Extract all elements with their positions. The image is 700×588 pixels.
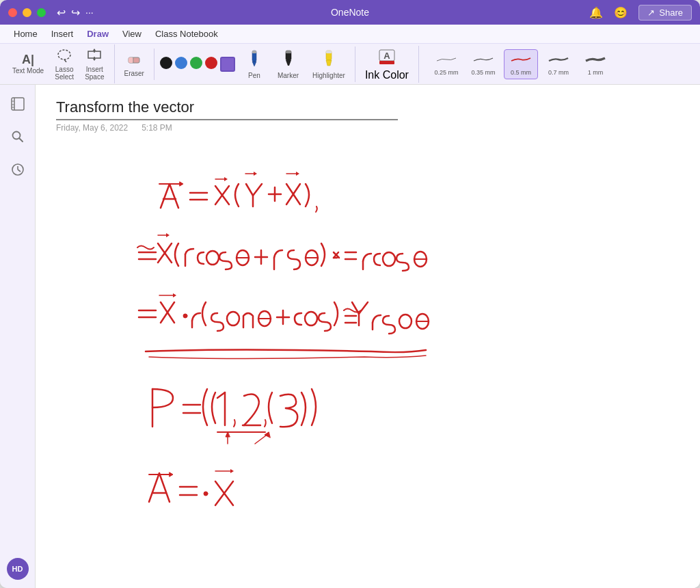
avatar[interactable]: HD: [7, 558, 29, 580]
svg-rect-17: [326, 51, 332, 53]
thickness-1mm[interactable]: 1 mm: [579, 50, 612, 79]
svg-marker-100: [226, 432, 230, 437]
svg-text:A: A: [383, 51, 390, 61]
marker-icon: [281, 49, 296, 70]
note-meta: Friday, May 6, 2022 5:18 PM: [56, 123, 679, 133]
app-window: ↩ ↪ ··· OneNote 🔔 😊 ↗ Share Home Insert …: [0, 0, 700, 588]
pen-button[interactable]: Pen: [241, 46, 268, 82]
svg-marker-37: [224, 177, 228, 181]
color-purple-selected[interactable]: [220, 57, 235, 72]
svg-marker-52: [166, 233, 170, 237]
traffic-lights: [8, 8, 46, 17]
menu-view[interactable]: View: [117, 27, 147, 41]
svg-line-30: [18, 170, 21, 172]
svg-marker-104: [170, 472, 173, 477]
undo-redo-group: ↩ ↪ ···: [57, 6, 94, 19]
sidebar: HD: [0, 85, 36, 588]
note-title: Transform the vector: [56, 98, 398, 120]
close-button[interactable]: [8, 8, 17, 17]
svg-rect-20: [379, 61, 394, 64]
pen-icon: [247, 49, 262, 70]
insert-space-icon: [87, 47, 102, 64]
undo-button[interactable]: ↩: [57, 6, 66, 19]
ink-color-icon: A: [377, 47, 396, 69]
share-button[interactable]: ↗ Share: [638, 5, 692, 21]
profile-icon[interactable]: 😊: [614, 6, 628, 19]
sidebar-notebooks[interactable]: [7, 93, 29, 115]
handwriting-area: [56, 146, 679, 559]
svg-point-70: [383, 252, 395, 266]
menu-bar: Home Insert Draw View Class Notebook: [0, 25, 700, 44]
more-button[interactable]: ···: [85, 7, 94, 18]
text-mode-button[interactable]: A| Text Mode: [8, 51, 48, 77]
sidebar-bottom: HD: [7, 558, 29, 580]
minimize-button[interactable]: [23, 8, 31, 17]
lasso-select-icon: [57, 47, 72, 64]
color-blue[interactable]: [175, 57, 187, 69]
thickness-group: 0.25 mm 0.35 mm 0.5 mm 0.7 mm: [425, 49, 617, 79]
thickness-0.5mm[interactable]: 0.5 mm: [504, 49, 538, 79]
color-green[interactable]: [190, 57, 202, 69]
svg-marker-110: [230, 469, 234, 473]
svg-marker-10: [252, 62, 256, 66]
tools-group: A| Text Mode LassoSelect: [8, 44, 115, 83]
menu-class-notebook[interactable]: Class Notebook: [150, 27, 224, 41]
svg-line-27: [19, 139, 23, 142]
svg-marker-102: [265, 432, 270, 438]
menu-insert[interactable]: Insert: [46, 27, 79, 41]
sidebar-search[interactable]: [7, 126, 29, 148]
svg-point-56: [206, 251, 219, 265]
svg-marker-76: [173, 293, 176, 297]
toolbar: A| Text Mode LassoSelect: [0, 44, 700, 85]
fullscreen-button[interactable]: [37, 8, 46, 17]
highlighter-button[interactable]: Highlighter: [308, 46, 349, 82]
marker-button[interactable]: Marker: [273, 46, 303, 82]
notification-icon[interactable]: 🔔: [589, 6, 603, 19]
menu-draw[interactable]: Draw: [81, 27, 114, 41]
thickness-0.35mm[interactable]: 0.35 mm: [467, 50, 500, 79]
thickness-0.25mm[interactable]: 0.25 mm: [430, 50, 463, 79]
thickness-0.7mm[interactable]: 0.7 mm: [542, 50, 575, 79]
svg-rect-21: [12, 98, 24, 110]
highlighter-icon: [321, 49, 336, 70]
share-icon: ↗: [647, 8, 655, 18]
svg-marker-5: [93, 59, 96, 61]
sidebar-history[interactable]: [7, 159, 29, 181]
note-area[interactable]: Transform the vector Friday, May 6, 2022…: [36, 85, 700, 588]
menu-home[interactable]: Home: [8, 27, 43, 41]
svg-marker-32: [180, 182, 183, 186]
svg-marker-46: [296, 172, 299, 176]
eraser-button[interactable]: Eraser: [120, 49, 148, 80]
svg-marker-3: [93, 49, 96, 51]
svg-marker-41: [254, 172, 257, 176]
title-bar-right: 🔔 😊 ↗ Share: [589, 5, 692, 21]
app-title: OneNote: [331, 7, 369, 18]
svg-rect-7: [129, 57, 133, 63]
text-mode-icon: A|: [22, 53, 34, 66]
svg-point-91: [399, 315, 412, 328]
svg-point-81: [227, 312, 239, 325]
svg-marker-16: [326, 60, 332, 66]
svg-rect-14: [286, 51, 291, 53]
color-red[interactable]: [205, 57, 217, 69]
color-black[interactable]: [160, 57, 172, 69]
insert-space-button[interactable]: InsertSpace: [81, 44, 108, 83]
eraser-group: Eraser: [120, 49, 154, 80]
ink-color-group: A Ink Color: [361, 46, 419, 83]
drawing-tools-group: Pen Marker: [160, 46, 355, 82]
svg-point-0: [58, 50, 70, 59]
handwriting-svg: [56, 146, 679, 557]
redo-button[interactable]: ↪: [71, 6, 80, 19]
svg-point-108: [204, 492, 208, 496]
eraser-icon: [126, 51, 142, 68]
lasso-select-button[interactable]: LassoSelect: [51, 44, 78, 83]
main-area: HD Transform the vector Friday, May 6, 2…: [0, 85, 700, 588]
lasso-label: LassoSelect: [55, 66, 74, 81]
svg-rect-11: [252, 51, 256, 53]
svg-marker-13: [286, 60, 291, 66]
insert-space-label: InsertSpace: [85, 66, 104, 81]
svg-point-86: [305, 312, 317, 325]
ink-color-button[interactable]: A Ink Color: [361, 46, 413, 83]
color-swatches: [160, 57, 235, 72]
note-date: Friday, May 6, 2022: [56, 123, 128, 133]
